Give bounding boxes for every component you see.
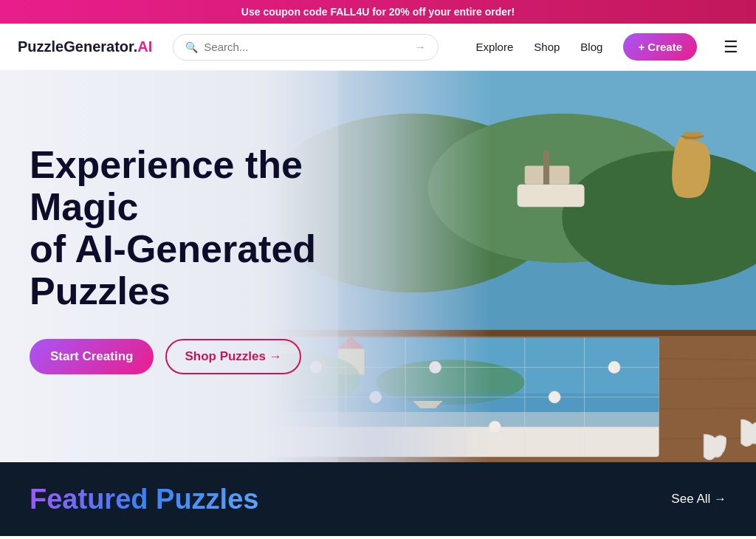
- logo[interactable]: PuzzleGenerator.AI: [18, 38, 152, 55]
- navbar: PuzzleGenerator.AI 🔍 → Explore Shop Blog…: [0, 24, 756, 71]
- nav-link-blog[interactable]: Blog: [580, 41, 602, 53]
- hero-title-line1: Experience the Magic: [30, 143, 303, 228]
- hero-buttons: Start Creating Shop Puzzles →: [30, 339, 386, 374]
- logo-text: PuzzleGenerator.: [18, 38, 137, 55]
- logo-ai: AI: [137, 38, 152, 55]
- hero-title: Experience the Magic of AI-Generated Puz…: [30, 144, 386, 313]
- hero-title-line2: of AI-Generated Puzzles: [30, 227, 316, 312]
- featured-title: Featured Puzzles: [30, 484, 258, 515]
- see-all-text: See All →: [671, 492, 726, 507]
- hero-content: Experience the Magic of AI-Generated Puz…: [0, 71, 416, 462]
- featured-section: Featured Puzzles See All →: [0, 462, 756, 536]
- see-all-button[interactable]: See All →: [671, 492, 726, 507]
- search-input[interactable]: [204, 41, 408, 53]
- search-arrow-icon[interactable]: →: [414, 41, 426, 54]
- nav-link-explore[interactable]: Explore: [475, 41, 513, 53]
- menu-icon[interactable]: ☰: [724, 38, 738, 57]
- search-bar[interactable]: 🔍 →: [173, 34, 439, 61]
- promo-banner: Use coupon code FALL4U for 20% off your …: [0, 0, 756, 24]
- shop-puzzles-button[interactable]: Shop Puzzles →: [165, 339, 300, 374]
- create-button[interactable]: + Create: [623, 33, 697, 61]
- start-creating-button[interactable]: Start Creating: [30, 339, 154, 374]
- nav-link-shop[interactable]: Shop: [534, 41, 560, 53]
- promo-text: Use coupon code FALL4U for 20% off your …: [241, 6, 515, 18]
- hero-section: Experience the Magic of AI-Generated Puz…: [0, 71, 756, 462]
- search-icon: 🔍: [185, 41, 198, 53]
- nav-links: Explore Shop Blog + Create ☰: [475, 33, 738, 61]
